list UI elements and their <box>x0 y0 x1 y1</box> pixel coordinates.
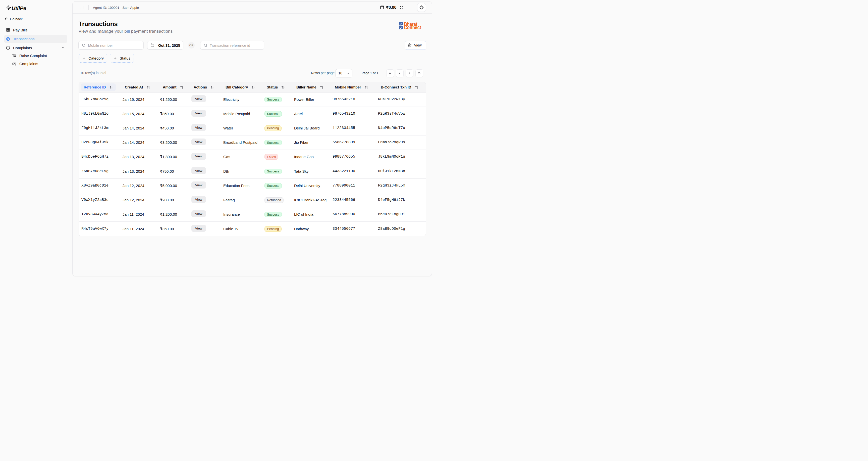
svg-text:Connect: Connect <box>404 24 421 29</box>
